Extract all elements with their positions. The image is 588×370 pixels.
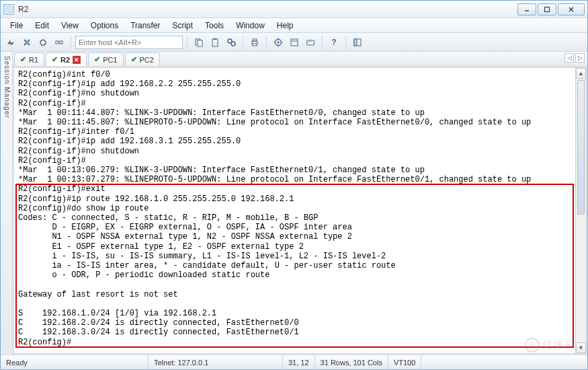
toolbar: ? — [1, 33, 587, 52]
host-input-field[interactable] — [79, 38, 179, 46]
statusbar: Ready Telnet: 127.0.0.1 31, 12 31 Rows, … — [1, 355, 587, 369]
menubar: File Edit View Options Transfer Script T… — [1, 18, 587, 33]
status-cursor: 31, 12 — [283, 355, 315, 369]
svg-rect-29 — [354, 39, 357, 46]
svg-rect-10 — [214, 38, 216, 40]
status-connection: Telnet: 127.0.0.1 — [149, 355, 283, 369]
menu-script[interactable]: Script — [167, 20, 198, 32]
quick-connect-icon[interactable] — [3, 35, 18, 50]
titlebar[interactable]: R2 — [1, 1, 587, 18]
host-input[interactable] — [75, 36, 183, 49]
reconnect-icon[interactable] — [36, 35, 50, 50]
maximize-button[interactable] — [538, 3, 556, 15]
menu-transfer[interactable]: Transfer — [125, 20, 165, 32]
tab-next-icon[interactable]: ▷ — [575, 53, 585, 63]
check-icon: ✔ — [94, 55, 100, 64]
svg-point-4 — [26, 41, 28, 44]
tabbar: ✔R1 ✔R2✕ ✔PC1 ✔PC2 ◁ ▷ — [13, 52, 587, 67]
close-tab-icon[interactable]: ✕ — [73, 56, 81, 64]
scroll-thumb[interactable] — [577, 80, 585, 215]
disconnect-icon[interactable] — [52, 35, 67, 50]
scroll-up-icon[interactable]: ▲ — [576, 68, 586, 79]
app-window: R2 File Edit View Options Transfer Scrip… — [0, 0, 588, 370]
menu-window[interactable]: Window — [230, 20, 270, 32]
status-ready: Ready — [1, 355, 149, 369]
tab-prev-icon[interactable]: ◁ — [564, 53, 574, 63]
tab-r1[interactable]: ✔R1 — [14, 52, 44, 66]
keymap-icon[interactable] — [303, 35, 318, 50]
svg-rect-15 — [253, 44, 257, 46]
check-icon: ✔ — [20, 55, 26, 64]
terminal-output[interactable]: R2(config)#int f0/0 R2(config-if)#ip add… — [14, 68, 575, 353]
print-icon[interactable] — [247, 35, 262, 50]
find-icon[interactable] — [224, 35, 239, 50]
window-title: R2 — [18, 5, 517, 14]
svg-rect-6 — [60, 41, 62, 44]
tab-label: R1 — [29, 56, 38, 64]
check-icon: ✔ — [52, 55, 58, 64]
menu-help[interactable]: Help — [271, 20, 299, 32]
svg-point-12 — [231, 42, 235, 46]
svg-rect-24 — [307, 40, 314, 45]
tab-r2[interactable]: ✔R2✕ — [46, 52, 87, 66]
menu-edit[interactable]: Edit — [30, 20, 54, 32]
svg-rect-14 — [253, 39, 257, 41]
tab-label: PC2 — [140, 56, 154, 64]
paste-icon[interactable] — [208, 35, 222, 50]
menu-file[interactable]: File — [5, 20, 28, 32]
scroll-down-icon[interactable]: ▼ — [576, 342, 586, 353]
help-icon[interactable]: ? — [327, 35, 341, 50]
session-options-icon[interactable] — [287, 35, 302, 50]
tab-pc2[interactable]: ✔PC2 — [125, 52, 160, 66]
tab-pc1[interactable]: ✔PC1 — [88, 52, 123, 66]
svg-point-17 — [277, 41, 279, 43]
status-emulation: VT100 — [388, 355, 421, 369]
svg-rect-5 — [56, 41, 58, 44]
svg-rect-9 — [212, 39, 218, 46]
terminal-area[interactable]: R2(config)#int f0/0 R2(config-if)#ip add… — [13, 67, 587, 354]
svg-rect-8 — [198, 40, 202, 46]
app-icon — [3, 4, 14, 15]
menu-tools[interactable]: Tools — [200, 20, 229, 32]
copy-icon[interactable] — [192, 35, 206, 50]
close-button[interactable] — [558, 3, 585, 15]
check-icon: ✔ — [131, 55, 137, 64]
vertical-scrollbar[interactable]: ▲ ▼ — [575, 68, 586, 353]
tab-label: PC1 — [103, 56, 117, 64]
minimize-button[interactable] — [517, 3, 536, 15]
menu-view[interactable]: View — [56, 20, 84, 32]
tab-label: R2 — [60, 56, 70, 64]
connect-icon[interactable] — [19, 35, 34, 50]
options-icon[interactable] — [271, 35, 286, 50]
menu-options[interactable]: Options — [85, 20, 124, 32]
session-manager-panel[interactable]: Session Manager — [1, 52, 13, 355]
toggle-pane-icon[interactable] — [350, 35, 365, 50]
svg-rect-1 — [545, 7, 550, 11]
status-size: 31 Rows, 101 Cols — [315, 355, 388, 369]
svg-rect-22 — [291, 39, 298, 46]
